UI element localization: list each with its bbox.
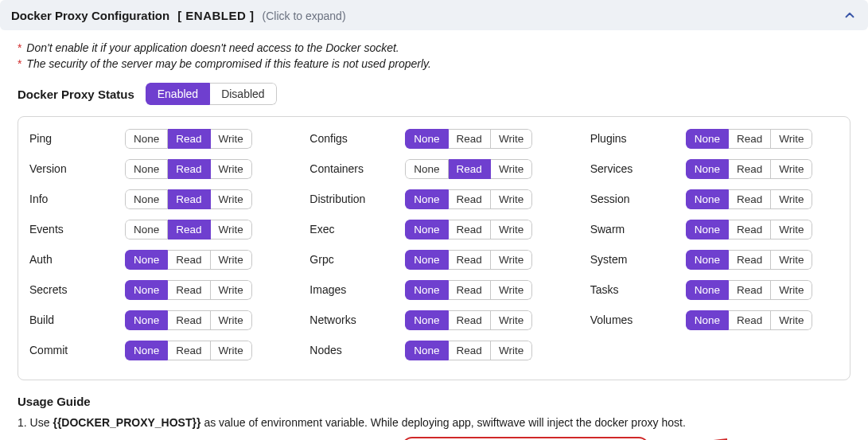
permission-row: SystemNoneReadWrite	[590, 247, 839, 271]
permission-label: Networks	[309, 313, 405, 326]
permission-none-button[interactable]: None	[405, 189, 448, 209]
permission-label: Services	[590, 162, 686, 175]
permission-read-button[interactable]: Read	[449, 280, 491, 300]
permission-read-button[interactable]: Read	[449, 310, 491, 330]
permission-none-button[interactable]: None	[686, 220, 729, 239]
permission-read-button[interactable]: Read	[168, 310, 210, 330]
permission-write-button[interactable]: Write	[211, 159, 252, 179]
permission-read-button[interactable]: Read	[449, 129, 491, 149]
permission-none-button[interactable]: None	[405, 220, 448, 239]
permission-read-button[interactable]: Read	[168, 159, 210, 179]
permission-read-button[interactable]: Read	[168, 250, 210, 270]
permission-label: Secrets	[29, 283, 125, 296]
permission-none-button[interactable]: None	[125, 250, 168, 270]
permission-none-button[interactable]: None	[125, 341, 168, 360]
permission-read-button[interactable]: Read	[168, 220, 210, 239]
permission-write-button[interactable]: Write	[491, 280, 532, 300]
permission-toggle: NoneReadWrite	[405, 129, 532, 149]
permission-none-button[interactable]: None	[405, 129, 448, 149]
permission-label: Auth	[29, 253, 125, 266]
permission-write-button[interactable]: Write	[771, 250, 812, 270]
permission-write-button[interactable]: Write	[491, 310, 532, 330]
permission-read-button[interactable]: Read	[449, 189, 491, 209]
permission-read-button[interactable]: Read	[168, 280, 210, 300]
permission-write-button[interactable]: Write	[771, 159, 812, 179]
permission-read-button[interactable]: Read	[449, 341, 491, 360]
permission-write-button[interactable]: Write	[771, 310, 812, 330]
permission-read-button[interactable]: Read	[729, 159, 771, 179]
guide-text: 1. Use	[18, 416, 49, 429]
permission-label: Nodes	[309, 344, 405, 356]
permission-read-button[interactable]: Read	[449, 159, 491, 179]
permission-row: NodesNoneReadWrite	[309, 338, 558, 362]
permission-none-button[interactable]: None	[405, 341, 448, 360]
permission-read-button[interactable]: Read	[729, 280, 771, 300]
permission-none-button[interactable]: None	[686, 159, 729, 179]
permission-toggle: NoneReadWrite	[686, 250, 813, 270]
permission-write-button[interactable]: Write	[211, 250, 252, 270]
permission-write-button[interactable]: Write	[211, 280, 252, 300]
status-disabled-button[interactable]: Disabled	[210, 83, 276, 105]
permission-write-button[interactable]: Write	[491, 220, 532, 239]
permission-none-button[interactable]: None	[686, 280, 729, 300]
permission-none-button[interactable]: None	[686, 129, 729, 149]
permission-write-button[interactable]: Write	[211, 310, 252, 330]
permission-row: BuildNoneReadWrite	[29, 308, 278, 332]
permission-none-button[interactable]: None	[125, 280, 168, 300]
permission-write-button[interactable]: Write	[771, 280, 812, 300]
permission-write-button[interactable]: Write	[211, 341, 252, 360]
permission-none-button[interactable]: None	[405, 250, 448, 270]
permission-read-button[interactable]: Read	[168, 341, 210, 360]
permission-none-button[interactable]: None	[125, 220, 168, 239]
permission-none-button[interactable]: None	[686, 310, 729, 330]
permission-read-button[interactable]: Read	[729, 189, 771, 209]
permission-label: Tasks	[590, 283, 686, 296]
permission-toggle: NoneReadWrite	[405, 280, 532, 300]
permission-write-button[interactable]: Write	[211, 220, 252, 239]
permission-label: Session	[590, 193, 686, 205]
permission-label: Plugins	[590, 132, 686, 145]
permission-toggle: NoneReadWrite	[405, 310, 532, 330]
permission-none-button[interactable]: None	[125, 129, 168, 149]
permission-read-button[interactable]: Read	[729, 250, 771, 270]
permission-write-button[interactable]: Write	[211, 189, 252, 209]
permission-read-button[interactable]: Read	[729, 129, 771, 149]
permission-read-button[interactable]: Read	[729, 220, 771, 239]
permission-none-button[interactable]: None	[405, 159, 448, 179]
permission-write-button[interactable]: Write	[211, 129, 252, 149]
permission-write-button[interactable]: Write	[491, 341, 532, 360]
permission-label: Events	[29, 223, 125, 236]
permission-write-button[interactable]: Write	[491, 129, 532, 149]
permission-label: Commit	[29, 344, 125, 356]
permission-toggle: NoneReadWrite	[405, 189, 532, 209]
guide-text: as value of environment variable. While …	[204, 416, 685, 429]
permission-write-button[interactable]: Write	[491, 159, 532, 179]
permission-write-button[interactable]: Write	[491, 189, 532, 209]
permission-write-button[interactable]: Write	[491, 250, 532, 270]
permission-row: NetworksNoneReadWrite	[309, 308, 558, 332]
permission-read-button[interactable]: Read	[168, 189, 210, 209]
permission-read-button[interactable]: Read	[168, 129, 210, 149]
permission-read-button[interactable]: Read	[729, 310, 771, 330]
permission-none-button[interactable]: None	[125, 310, 168, 330]
permission-none-button[interactable]: None	[405, 310, 448, 330]
permission-none-button[interactable]: None	[125, 159, 168, 179]
permission-read-button[interactable]: Read	[449, 220, 491, 239]
permission-none-button[interactable]: None	[405, 280, 448, 300]
status-enabled-button[interactable]: Enabled	[146, 83, 210, 105]
permission-row: EventsNoneReadWrite	[29, 217, 278, 241]
permission-write-button[interactable]: Write	[771, 129, 812, 149]
permission-row: AuthNoneReadWrite	[29, 247, 278, 271]
permission-none-button[interactable]: None	[686, 250, 729, 270]
permission-label: Grpc	[309, 253, 405, 266]
warning-line: * The security of the server may be comp…	[18, 57, 865, 70]
permission-toggle: NoneReadWrite	[125, 189, 252, 209]
permission-read-button[interactable]: Read	[449, 250, 491, 270]
permission-none-button[interactable]: None	[686, 189, 729, 209]
permission-write-button[interactable]: Write	[771, 220, 812, 239]
permission-label: Exec	[309, 223, 405, 236]
permission-none-button[interactable]: None	[125, 189, 168, 209]
section-header[interactable]: Docker Proxy Configuration [ ENABLED ] (…	[0, 0, 868, 30]
permission-write-button[interactable]: Write	[771, 189, 812, 209]
chevron-up-icon	[843, 8, 857, 22]
